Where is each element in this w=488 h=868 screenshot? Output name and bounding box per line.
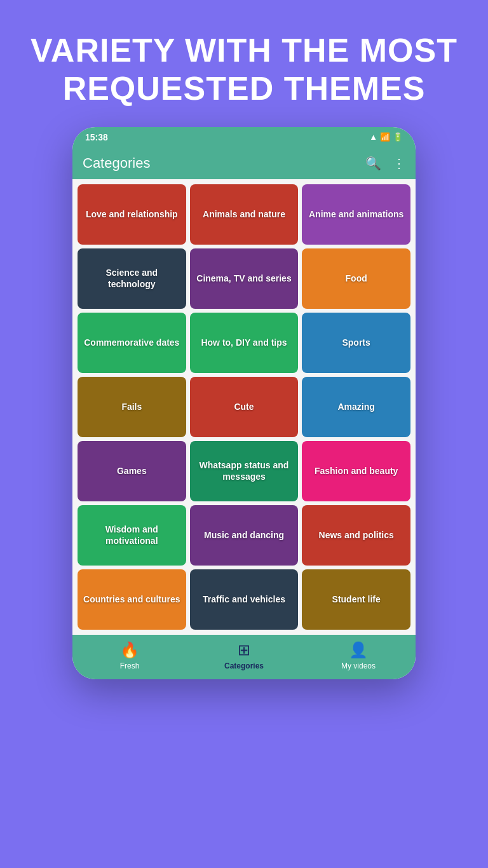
category-traffic[interactable]: Traffic and vehicles [190, 569, 299, 630]
wifi-icon: ▲ [369, 132, 377, 142]
app-bar-actions: 🔍 ⋮ [365, 156, 405, 171]
category-news[interactable]: News and politics [302, 505, 410, 566]
category-label-traffic: Traffic and vehicles [198, 591, 290, 607]
categories-grid: Love and relationshipAnimals and natureA… [72, 179, 416, 635]
category-cute[interactable]: Cute [190, 377, 299, 437]
category-countries[interactable]: Countries and cultures [78, 569, 186, 630]
hero-section: VARIETY WITH THE MOST REQUESTED THEMES [0, 0, 488, 127]
category-label-love: Love and relationship [81, 206, 183, 222]
category-label-cinema: Cinema, TV and series [191, 270, 296, 287]
category-sports[interactable]: Sports [302, 313, 410, 373]
nav-label-categories: Categories [224, 661, 264, 670]
category-howto[interactable]: How to, DIY and tips [190, 313, 299, 373]
clock: 15:38 [85, 132, 108, 142]
category-wisdom[interactable]: Wisdom and motivational [78, 505, 186, 566]
category-label-science: Science and technology [78, 264, 186, 292]
category-label-animals: Animals and nature [198, 206, 290, 222]
category-label-food: Food [341, 270, 372, 287]
category-student[interactable]: Student life [302, 569, 410, 630]
status-bar: 15:38 ▲ 📶 🔋 [72, 127, 416, 147]
category-anime[interactable]: Anime and animations [302, 184, 410, 245]
hero-title: VARIETY WITH THE MOST REQUESTED THEMES [0, 0, 488, 127]
category-label-games: Games [112, 463, 152, 479]
more-options-icon[interactable]: ⋮ [393, 156, 405, 171]
nav-label-myvideos: My videos [341, 661, 376, 670]
category-amazing[interactable]: Amazing [302, 377, 410, 437]
category-label-fails: Fails [116, 398, 147, 415]
bottom-navigation: 🔥Fresh⊞Categories👤My videos [72, 635, 416, 679]
nav-icon-categories: ⊞ [238, 641, 250, 659]
category-label-countries: Countries and cultures [78, 591, 185, 607]
category-label-wisdom: Wisdom and motivational [78, 521, 186, 549]
app-bar-title: Categories [83, 155, 150, 172]
category-label-news: News and politics [314, 527, 399, 543]
nav-item-myvideos[interactable]: 👤My videos [301, 641, 416, 670]
battery-icon: 🔋 [393, 132, 403, 142]
signal-icon: 📶 [380, 132, 390, 142]
category-label-whatsapp: Whatsapp status and messages [190, 457, 299, 485]
nav-icon-myvideos: 👤 [349, 641, 368, 659]
category-love[interactable]: Love and relationship [78, 184, 186, 245]
category-label-amazing: Amazing [332, 398, 379, 415]
category-fashion[interactable]: Fashion and beauty [302, 441, 410, 501]
category-cinema[interactable]: Cinema, TV and series [190, 248, 299, 309]
category-fails[interactable]: Fails [78, 377, 186, 437]
search-icon[interactable]: 🔍 [365, 156, 381, 171]
category-food[interactable]: Food [302, 248, 410, 309]
category-label-anime: Anime and animations [304, 206, 409, 222]
phone-mockup: 15:38 ▲ 📶 🔋 Categories 🔍 ⋮ Love and rela… [72, 127, 416, 679]
nav-item-categories[interactable]: ⊞Categories [187, 641, 301, 670]
category-label-howto: How to, DIY and tips [196, 334, 292, 351]
category-label-fashion: Fashion and beauty [309, 463, 403, 479]
category-games[interactable]: Games [78, 441, 186, 501]
category-label-music: Music and dancing [199, 527, 289, 543]
category-label-commemorative: Commemorative dates [79, 334, 184, 351]
category-label-student: Student life [327, 591, 386, 607]
category-music[interactable]: Music and dancing [190, 505, 299, 566]
category-whatsapp[interactable]: Whatsapp status and messages [190, 441, 299, 501]
nav-item-fresh[interactable]: 🔥Fresh [72, 641, 187, 670]
category-science[interactable]: Science and technology [78, 248, 186, 309]
category-label-cute: Cute [229, 398, 259, 415]
category-label-sports: Sports [337, 334, 375, 351]
nav-label-fresh: Fresh [120, 661, 140, 670]
category-animals[interactable]: Animals and nature [190, 184, 299, 245]
category-commemorative[interactable]: Commemorative dates [78, 313, 186, 373]
app-bar: Categories 🔍 ⋮ [72, 147, 416, 179]
status-icons: ▲ 📶 🔋 [369, 132, 403, 142]
nav-icon-fresh: 🔥 [120, 641, 139, 659]
